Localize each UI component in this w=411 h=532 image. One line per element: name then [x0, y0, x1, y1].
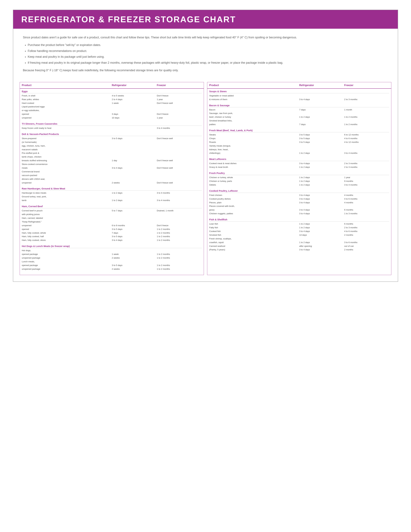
- item-name: Chicken or turkey, parts: [209, 180, 299, 183]
- table-row: Vegetable or meat-added: [209, 94, 389, 98]
- fre-value: 4 to 6 months: [344, 198, 389, 200]
- fre-value: Don't freeze well: [157, 167, 202, 170]
- section-title-2: Fresh Meat (Beef, Veal, Lamb, & Pork): [209, 129, 389, 132]
- section-title-4: Fresh Poultry: [209, 172, 389, 175]
- section-2: Deli & Vacuum-Packed ProductsStore-prepa…: [22, 133, 202, 185]
- ref-value: [112, 195, 157, 198]
- item-name: Ham, fully cooked, half: [22, 235, 112, 238]
- item-name: dinners with USDA seal,: [22, 178, 112, 181]
- table-row: gravy3 to 4 days6 months: [209, 208, 389, 212]
- item-name: vacuum-packed: [22, 174, 112, 177]
- item-name: kidneys, liver, heart,: [209, 148, 299, 151]
- item-name: Liquid pasteurized eggs: [22, 105, 112, 108]
- table-row: Keep frozen until ready to heat3 to 4 mo…: [22, 126, 202, 130]
- item-name: Chicken nuggets, patties: [209, 212, 299, 215]
- ref-value: 1 to 2 days: [299, 152, 344, 155]
- table-row: opened3 daysDon't freeze: [22, 112, 202, 116]
- ref-value: [299, 94, 344, 97]
- ref-value: [112, 109, 157, 112]
- ref-value: [112, 178, 157, 181]
- ref-value: [112, 220, 157, 223]
- table-row: patties7 days1 to 2 months: [209, 123, 389, 126]
- ref-value: after opening: [299, 245, 344, 248]
- item-name: macaroni salads: [22, 148, 112, 151]
- table-row: Steaks3 to 5 days6 to 12 months: [209, 133, 389, 137]
- ref-value: 1 to 2 days: [299, 226, 344, 229]
- item-name: Steaks: [209, 133, 299, 136]
- fre-value: 3 to 4 months: [157, 191, 202, 195]
- section-0: Soups & StewsVegetable or meat-added & m…: [209, 90, 389, 101]
- fre-value: Drained, 1 month: [157, 209, 202, 212]
- fre-value: [344, 144, 389, 148]
- table-row: "Keep Refrigerated,": [22, 220, 202, 224]
- fre-value: 1 to 2 months: [344, 123, 389, 126]
- fre-value: [157, 174, 202, 177]
- fre-value: 1 to 2 months: [157, 253, 202, 256]
- fre-value: [157, 249, 202, 252]
- item-name: Vegetable or meat-added: [209, 94, 299, 97]
- section-title-4: Ham, Corned Beef: [22, 205, 202, 208]
- ref-value: 14 days: [299, 234, 344, 237]
- table-row: Cooked poultry dishes3 to 4 days4 to 6 m…: [209, 197, 389, 201]
- fre-value: 1 to 2 months: [157, 256, 202, 260]
- table-row: Cooked fish3 to 4 days4 to 6 months: [209, 229, 389, 233]
- ref-value: 3 to 5 days: [112, 228, 157, 231]
- table-row: Store-cooked convenience: [22, 162, 202, 166]
- table-row: Lean fish1 to 2 days6 months: [209, 222, 389, 226]
- ref-value: 1 to 2 days: [112, 199, 157, 202]
- section-3: Raw Hamburger, Ground & Stew MeatHamburg…: [22, 187, 202, 202]
- fre-value: [157, 178, 202, 181]
- ref-value: [112, 144, 157, 148]
- item-name: Commercial brand: [22, 170, 112, 173]
- fre-value: 2 months: [344, 248, 389, 251]
- item-name: breasts stuffed w/dressing: [22, 159, 112, 162]
- fre-value: [157, 152, 202, 155]
- intro-paragraph1: Since product dates aren't a guide for s…: [23, 35, 388, 40]
- item-name: meals: [22, 167, 112, 170]
- table-row: opened package1 week1 to 2 months: [22, 252, 202, 256]
- item-name: Roasts: [209, 141, 299, 144]
- fre-value: [157, 217, 202, 220]
- fre-value: Don't freeze well: [157, 137, 202, 140]
- fre-value: [157, 260, 202, 263]
- intro-bullet-1: Follow handling recommendations on produ…: [28, 49, 388, 53]
- ref-value: 3 to 5 days: [299, 137, 344, 140]
- table-row: vacuum-packed: [22, 174, 202, 177]
- item-name: unopened: [22, 181, 112, 184]
- ref-value: 1 to 2 days: [299, 183, 344, 187]
- ref-value: 2 weeks: [112, 181, 157, 184]
- table-row: Smoked breakfast links,: [209, 119, 389, 123]
- ref-value: 3 to 4 days: [299, 209, 344, 211]
- item-name: Ham, fully cooked, whole: [22, 231, 112, 235]
- item-name: or egg substitutes,: [22, 109, 112, 112]
- section-0: EggsFresh, in shell4 to 5 weeksDon't fre…: [22, 90, 202, 120]
- table-row: unopened10 days1 year: [22, 116, 202, 120]
- table-row: Giblets1 to 2 days3 to 4 months: [209, 183, 389, 187]
- fre-value: 1 to 2 months: [157, 239, 202, 242]
- fre-value: 4 months: [344, 194, 389, 197]
- table-row: kidneys, liver, heart,: [209, 148, 389, 152]
- fre-value: 1 to 3 months: [344, 212, 389, 215]
- section-title-3: Meat Leftovers: [209, 158, 389, 161]
- item-name: Store-prepared: [22, 137, 112, 140]
- ref-value: 2 weeks: [112, 256, 157, 260]
- ref-value: [112, 260, 157, 263]
- section-title-1: Bacon & Sausage: [209, 104, 389, 107]
- item-name: Keep frozen until ready to heat: [22, 127, 112, 130]
- fre-value: 3 to 4 months: [157, 127, 202, 130]
- ref-value: [112, 174, 157, 177]
- section-4: Ham, Corned BeefCorned beef in pouch5 to…: [22, 205, 202, 242]
- table-row: Pieces covered with broth,: [209, 204, 389, 208]
- section-1: Bacon & SausageBacon7 days1 monthSausage…: [209, 104, 389, 126]
- table-row: Chicken or turkey, parts1 to 2 days9 mon…: [209, 180, 389, 183]
- fre-value: 6 months: [344, 222, 389, 226]
- page-title: REFRIGERATOR & FREEZER STORAGE CHART: [21, 15, 390, 24]
- table-row: breasts stuffed w/dressing1 dayDon't fre…: [22, 159, 202, 162]
- ref-value: 1 to 2 days: [299, 241, 344, 244]
- section-title-0: Soups & Stews: [209, 90, 389, 93]
- fre-value: 6 to 12 months: [344, 133, 389, 136]
- ref-value: [112, 249, 157, 252]
- right-table: Product Refrigerator Freezer Soups & Ste…: [207, 82, 391, 275]
- ref-value: 3 to 5 days: [112, 235, 157, 238]
- item-name: Ground turkey, veal, pork,: [22, 195, 112, 198]
